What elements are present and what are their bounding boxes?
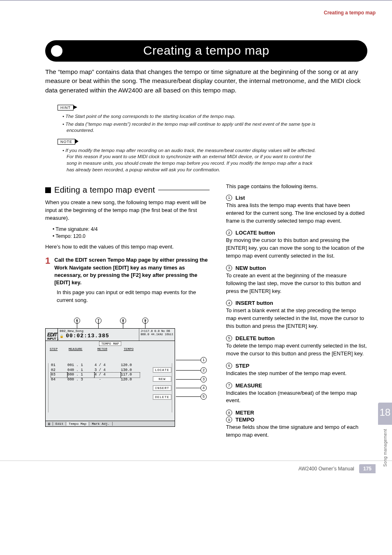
lcd-tempo-readout: J=117.0 <box>141 329 152 333</box>
default-item: Tempo: 120.0 <box>53 233 210 239</box>
manual-title: AW2400 Owner’s Manual <box>298 466 354 472</box>
body-text: This page contains the following items. <box>226 183 367 191</box>
callout-marker-1: 1 <box>201 357 207 363</box>
described-item: 5DELETE buttonTo delete the tempo map ev… <box>226 335 367 358</box>
item-marker-9: 9 <box>226 417 232 423</box>
lcd-format-readout: 080.0 44.1kHz 16bit <box>141 333 173 336</box>
item-description: To create an event at the beginning of t… <box>226 272 367 295</box>
item-title: NEW button <box>235 265 266 271</box>
lcd-time-counter: 00:02:13.385 <box>66 333 109 339</box>
note-callout: NOTE If you modify the tempo map after r… <box>58 138 321 173</box>
lock-icon: 🔒 <box>60 334 64 338</box>
hint-item: The Start point of the song corresponds … <box>62 113 321 120</box>
lcd-col-step: STEP <box>50 347 69 351</box>
item-title: List <box>235 195 245 201</box>
lcd-db-readout: 0.0 No DB <box>154 329 170 333</box>
described-item: 6STEPIndicates the step number of the te… <box>226 363 367 378</box>
item-marker: 6 <box>226 363 232 369</box>
hint-callout: HINT The Start point of the song corresp… <box>58 104 321 134</box>
item-description: Indicates the location (measure/beat) of… <box>226 389 367 405</box>
lcd-insert-button[interactable]: INSERT <box>153 385 171 391</box>
callout-marker-3: 3 <box>201 376 207 382</box>
item-title: INSERT button <box>235 300 273 306</box>
lcd-tab-tempomap[interactable]: Tempo Map <box>66 422 89 426</box>
lcd-delete-button[interactable]: DELETE <box>153 394 171 400</box>
item-marker: 3 <box>226 265 232 271</box>
lcd-screenshot: 6 7 8 9 1 2 3 4 5 <box>45 313 210 436</box>
lcd-tab-markadj[interactable]: Mark Adj. <box>89 422 112 426</box>
callout-marker-5: 5 <box>201 394 207 400</box>
page-number: 175 <box>359 464 376 473</box>
item-marker: 4 <box>226 300 232 306</box>
lcd-locate-button[interactable]: LOCATE <box>153 367 171 373</box>
item-title: DELETE button <box>235 335 274 341</box>
subsection-heading: Editing a tempo map event <box>45 185 210 195</box>
item-description: By moving the cursor to this button and … <box>226 237 367 260</box>
hint-item: The data (“tempo map events”) recorded i… <box>62 121 321 134</box>
item-description: This area lists the tempo map events tha… <box>226 202 367 225</box>
callout-marker-4: 4 <box>201 385 207 391</box>
step-instruction: Call the EDIT screen Tempo Map page by e… <box>54 256 210 286</box>
item-marker: 5 <box>226 335 232 341</box>
described-item: 3NEW buttonTo create an event at the beg… <box>226 265 367 295</box>
item-title: MEASURE <box>235 382 262 389</box>
callout-marker-2: 2 <box>201 367 207 373</box>
intro-paragraph: The “tempo map” contains data that chang… <box>45 67 367 95</box>
lcd-col-meter: METER <box>97 347 124 351</box>
page-footer: AW2400 Owner’s Manual 175 <box>0 461 392 481</box>
step-number: 1 <box>45 256 50 286</box>
item-title: LOCATE button <box>235 230 275 236</box>
item-description: These fields show the time signature and… <box>226 424 367 439</box>
described-item: 1ListThis area lists the tempo map event… <box>226 195 367 225</box>
step-note: In this page you can input or edit tempo… <box>57 289 210 304</box>
item-title-tempo: TEMPO <box>235 417 254 423</box>
body-text: Here’s how to edit the values of this te… <box>45 243 210 251</box>
item-marker: 1 <box>226 195 232 201</box>
note-label: NOTE <box>58 139 75 145</box>
described-item: 7MEASUREIndicates the location (measure/… <box>226 382 367 405</box>
item-marker-8: 8 <box>226 410 232 416</box>
numbered-step: 1 Call the EDIT screen Tempo Map page by… <box>45 256 210 286</box>
body-text: When you create a new song, the followin… <box>45 199 210 222</box>
subsection-title: Editing a tempo map event <box>54 185 155 195</box>
hint-label: HINT <box>58 105 74 111</box>
lcd-input-label: INPUT 1 <box>47 337 58 341</box>
page-title: Creating a tempo map <box>45 44 367 58</box>
item-marker: 2 <box>226 230 232 236</box>
item-title-meter: METER <box>235 410 254 416</box>
lcd-col-measure: MEASURE <box>69 347 97 351</box>
chapter-side-tab: 18 Song management <box>378 403 392 467</box>
item-description: To insert a blank event at the step prec… <box>226 307 367 330</box>
item-marker: 7 <box>226 382 232 389</box>
chapter-label: Song management <box>383 429 387 467</box>
chapter-number: 18 <box>378 403 392 425</box>
default-item: Time signature: 4/4 <box>53 226 210 232</box>
described-item: 4INSERT buttonTo insert a blank event at… <box>226 300 367 330</box>
section-title-pill: Creating a tempo map <box>45 40 367 62</box>
note-item: If you modify the tempo map after record… <box>62 147 321 173</box>
item-description: Indicates the step number of the tempo m… <box>226 370 367 378</box>
item-title: STEP <box>235 363 249 369</box>
item-description: To delete the tempo map event currently … <box>226 342 367 358</box>
header-breadcrumb: Creating a tempo map <box>0 1 392 20</box>
described-item: 2LOCATE buttonBy moving the cursor to th… <box>226 230 367 260</box>
lcd-tab-edit[interactable]: Edit <box>53 422 66 426</box>
lcd-new-button[interactable]: NEW <box>153 376 171 382</box>
lcd-col-tempo: TEMPO <box>124 347 144 351</box>
lcd-page-tab: TEMPO MAP <box>99 341 121 346</box>
